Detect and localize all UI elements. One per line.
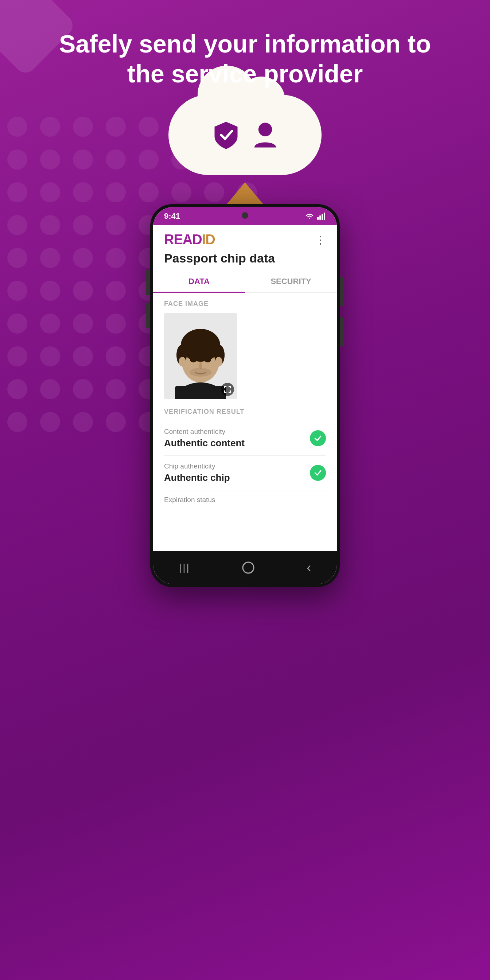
- content-authenticity-category: Content authenticity: [164, 428, 245, 436]
- chip-check-icon: [310, 465, 326, 481]
- camera-notch: [242, 212, 248, 219]
- expiration-partial: Expiration status: [164, 490, 326, 511]
- content-area: FACE IMAGE: [153, 293, 337, 519]
- face-image[interactable]: [164, 313, 237, 399]
- expiration-category: Expiration status: [164, 496, 326, 504]
- volume-down-button: [146, 302, 150, 328]
- page-title: Passport chip data: [153, 248, 337, 266]
- person-icon: [250, 119, 281, 151]
- chip-authenticity-item: Chip authenticity Authentic chip: [164, 456, 326, 490]
- verification-section: VERIFICATION RESULT Content authenticity…: [164, 408, 326, 511]
- phone-nav-bar: ||| ‹: [153, 551, 337, 584]
- phone-mockup: 9:41: [150, 204, 340, 587]
- status-time: 9:41: [164, 212, 180, 221]
- nav-back-icon[interactable]: ‹: [307, 560, 311, 575]
- brand-logo: READ ID: [164, 232, 215, 248]
- svg-point-0: [258, 123, 272, 136]
- face-image-label: FACE IMAGE: [164, 300, 326, 308]
- svg-point-18: [189, 368, 212, 377]
- volume-button: [340, 317, 344, 346]
- brand-id-text: ID: [202, 232, 215, 248]
- svg-rect-3: [320, 215, 321, 220]
- status-icons: [305, 213, 326, 220]
- content-check-icon: [310, 430, 326, 446]
- page-header: Safely send your information to the serv…: [0, 29, 490, 89]
- header-line1: Safely send your information to: [59, 30, 431, 57]
- power-button: [340, 277, 344, 306]
- app-header: READ ID ⋮: [153, 225, 337, 248]
- svg-rect-5: [324, 213, 325, 220]
- shield-check-icon: [210, 118, 242, 151]
- svg-rect-2: [317, 217, 319, 220]
- expand-icon[interactable]: [221, 383, 234, 396]
- header-line2: the service provider: [127, 60, 363, 88]
- svg-rect-4: [321, 214, 323, 220]
- svg-point-14: [179, 357, 186, 366]
- cloud-icons: [210, 118, 281, 151]
- nav-home-icon[interactable]: [242, 561, 255, 574]
- content-authenticity-info: Content authenticity Authentic content: [164, 428, 245, 449]
- wifi-icon: [305, 213, 314, 220]
- chip-authenticity-info: Chip authenticity Authentic chip: [164, 462, 230, 484]
- chip-authenticity-category: Chip authenticity: [164, 462, 230, 470]
- svg-rect-8: [175, 386, 226, 399]
- svg-point-17: [205, 357, 211, 363]
- cloud-shape: [169, 95, 321, 175]
- brand-read-text: READ: [164, 232, 202, 248]
- status-bar: 9:41: [153, 207, 337, 225]
- content-authenticity-value: Authentic content: [164, 438, 245, 449]
- menu-dots-button[interactable]: ⋮: [315, 233, 326, 246]
- nav-menu-icon[interactable]: |||: [179, 562, 190, 573]
- tab-data[interactable]: DATA: [153, 271, 245, 292]
- phone-screen: 9:41: [153, 207, 337, 584]
- signal-icon: [317, 213, 326, 220]
- tab-security[interactable]: SECURITY: [245, 271, 337, 292]
- chip-authenticity-value: Authentic chip: [164, 472, 230, 484]
- verification-label: VERIFICATION RESULT: [164, 408, 326, 415]
- tab-bar: DATA SECURITY: [153, 271, 337, 293]
- volume-up-button: [146, 270, 150, 295]
- camera-dot: [242, 212, 248, 219]
- content-authenticity-item: Content authenticity Authentic content: [164, 421, 326, 456]
- svg-point-15: [215, 357, 223, 366]
- svg-point-16: [190, 357, 197, 363]
- svg-point-19: [243, 562, 254, 573]
- phone-device: 9:41: [150, 204, 340, 587]
